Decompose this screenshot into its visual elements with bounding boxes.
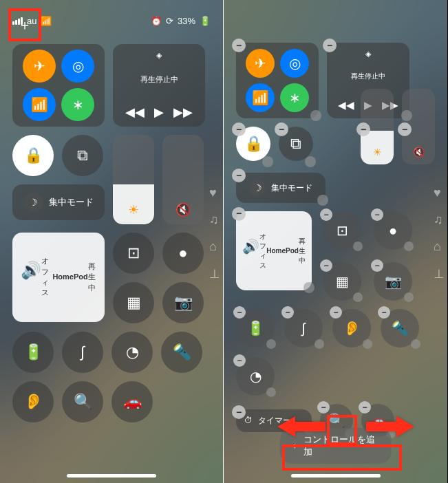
- forward-icon[interactable]: ▶▶: [173, 105, 193, 120]
- connectivity-tile-edit[interactable]: − ✈ ◎ 📶 ∗: [236, 43, 319, 118]
- brightness-slider[interactable]: ☀: [113, 135, 154, 224]
- brightness-icon: ☀: [128, 202, 139, 217]
- battery-icon[interactable]: −🔋: [236, 309, 275, 347]
- calculator-icon[interactable]: −▦: [323, 262, 361, 301]
- bluetooth-icon[interactable]: ∗: [61, 88, 94, 121]
- wifi-icon[interactable]: 📶: [246, 83, 275, 112]
- magnifier-icon[interactable]: 🔍: [62, 381, 103, 422]
- status-bar: au 📶 ⏰ ⟳ 33% 🔋: [12, 6, 211, 36]
- record-icon[interactable]: ●: [162, 233, 204, 274]
- remove-icon[interactable]: −: [398, 122, 412, 136]
- connectivity-tile[interactable]: ✈ ◎ 📶 ∗: [12, 44, 105, 127]
- media-tile[interactable]: ◈ 再生停止中 ◀◀ ▶ ▶▶: [113, 44, 205, 127]
- side-indicators: ♥ ♫ ⌂ ⊥: [209, 186, 220, 281]
- stopwatch-icon[interactable]: −◔: [236, 357, 275, 396]
- shazam-icon[interactable]: −∫: [284, 309, 323, 347]
- flashlight-icon[interactable]: −🔦: [381, 309, 419, 347]
- rewind-icon[interactable]: ◀◀: [125, 105, 145, 120]
- wifi-icon[interactable]: 📶: [23, 88, 56, 121]
- record-icon[interactable]: −●: [374, 211, 412, 250]
- remove-icon[interactable]: −: [232, 169, 246, 182]
- car-icon[interactable]: 🚗: [111, 381, 153, 422]
- remove-icon[interactable]: −: [232, 207, 246, 221]
- svg-marker-1: [366, 416, 414, 437]
- remove-icon[interactable]: −: [232, 39, 246, 52]
- moon-icon: ☽: [24, 193, 43, 212]
- svg-marker-0: [277, 416, 326, 437]
- play-icon[interactable]: ▶: [154, 105, 164, 120]
- remove-icon[interactable]: −: [323, 39, 337, 52]
- resize-handle[interactable]: [310, 110, 321, 121]
- hearing-icon[interactable]: −👂: [332, 309, 371, 347]
- airplane-icon[interactable]: ✈: [23, 50, 56, 83]
- remove-icon[interactable]: −: [232, 122, 246, 136]
- rotation-lock-icon[interactable]: 🔒: [12, 135, 54, 176]
- mute-icon: 🔇: [175, 202, 191, 217]
- focus-tile[interactable]: ☽ 集中モード: [12, 184, 105, 220]
- volume-slider[interactable]: 🔇: [162, 135, 204, 224]
- airdrop-icon[interactable]: ◎: [61, 50, 94, 83]
- home-indicator[interactable]: [67, 474, 156, 477]
- qr-icon[interactable]: −⊡: [323, 211, 361, 250]
- airplay-icon[interactable]: ◈: [156, 51, 162, 60]
- side-indicators: ♥ ♫ ⌂ ⊥: [434, 186, 445, 281]
- battery-icon[interactable]: 🔋: [12, 332, 54, 373]
- home-indicator[interactable]: [291, 474, 381, 477]
- resize-handle[interactable]: [262, 156, 273, 167]
- resize-handle[interactable]: [305, 156, 316, 167]
- focus-tile-edit[interactable]: − ☽ 集中モード: [236, 173, 326, 203]
- camera-icon[interactable]: −📷: [374, 262, 412, 301]
- resize-handle[interactable]: [401, 110, 412, 121]
- media-status: 再生停止中: [140, 74, 178, 85]
- airdrop-icon[interactable]: ◎: [280, 49, 309, 78]
- stopwatch-icon[interactable]: ◔: [111, 332, 153, 373]
- airplane-icon[interactable]: ✈: [246, 49, 275, 78]
- flashlight-icon[interactable]: 🔦: [161, 332, 202, 373]
- arrow-left-icon: [277, 414, 326, 442]
- hearing-icon[interactable]: 👂: [12, 381, 54, 422]
- remove-icon[interactable]: −: [356, 122, 370, 136]
- shazam-icon[interactable]: ∫: [62, 332, 103, 373]
- resize-handle[interactable]: [303, 282, 314, 293]
- resize-handle[interactable]: [317, 195, 328, 206]
- qr-icon[interactable]: ⊡: [113, 233, 154, 274]
- screen-mirror-icon[interactable]: ⧉: [62, 135, 103, 176]
- calculator-icon[interactable]: ▦: [113, 282, 154, 323]
- bluetooth-icon[interactable]: ∗: [280, 83, 309, 112]
- home-tile-edit[interactable]: − 🔊 オフィス HomePod 再生中: [236, 211, 312, 290]
- camera-icon[interactable]: 📷: [162, 282, 204, 323]
- arrow-right-icon: [366, 414, 414, 442]
- home-tile[interactable]: 🔊 オフィス HomePod 再生中: [12, 233, 105, 322]
- remove-icon[interactable]: −: [275, 122, 288, 136]
